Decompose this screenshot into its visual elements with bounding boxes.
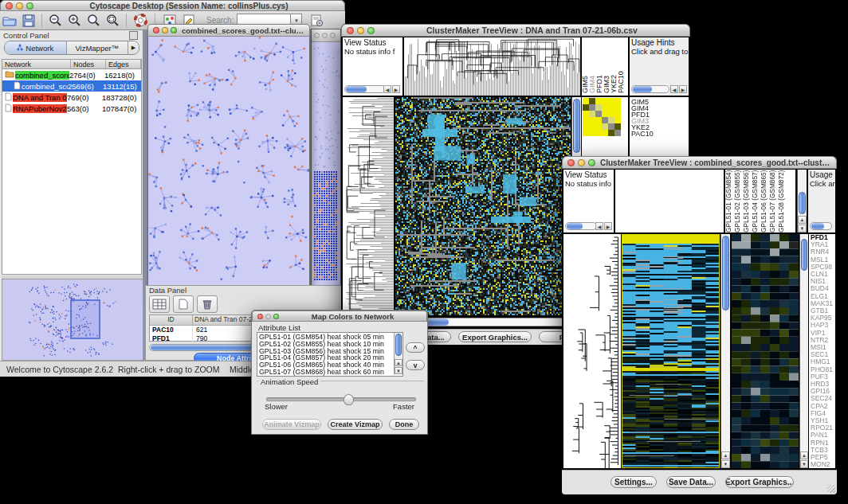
- window-controls[interactable]: [6, 2, 33, 10]
- minimize-button[interactable]: [578, 159, 585, 166]
- move-up-button[interactable]: ^: [406, 342, 425, 353]
- scroll-left-button[interactable]: ◀: [595, 222, 603, 230]
- matrix-cell[interactable]: [608, 117, 614, 123]
- usage-hints-scrollbar[interactable]: [631, 85, 669, 93]
- view-status-scrollbar[interactable]: [344, 85, 386, 93]
- tv2-zoom-heatmap-canvas[interactable]: [732, 234, 799, 468]
- export-graphics-button[interactable]: Export Graphics...: [725, 476, 794, 488]
- attribute-list-scrollbar[interactable]: ▲ ▼: [394, 333, 402, 374]
- attribute-listbox[interactable]: GPL51-01 (GSM854) heat shock 05 minGPL51…: [257, 332, 403, 377]
- scroll-down-button[interactable]: ▼: [395, 367, 402, 374]
- matrix-cell[interactable]: [608, 123, 614, 130]
- matrix-cell[interactable]: [602, 111, 608, 117]
- tv2-row-dendrogram[interactable]: [563, 234, 621, 468]
- open-folder-icon[interactable]: [0, 13, 19, 29]
- animation-speed-slider[interactable]: [266, 397, 416, 401]
- matrix-cell[interactable]: [589, 98, 595, 104]
- matrix-cell[interactable]: [602, 104, 608, 111]
- column-header-edges[interactable]: Edges: [106, 60, 141, 68]
- close-button[interactable]: [257, 314, 263, 319]
- close-button[interactable]: [6, 2, 13, 10]
- network-view-canvas[interactable]: [147, 37, 310, 295]
- scroll-down-button[interactable]: ▼: [721, 460, 730, 468]
- tv1-column-labels[interactable]: GIM5GIM4PFD1GIM3YKE2PAC10: [582, 37, 628, 96]
- scroll-right-button[interactable]: ▶: [679, 85, 687, 93]
- zoom-button[interactable]: [330, 33, 336, 38]
- tv2-global-heatmap-canvas[interactable]: [622, 234, 720, 468]
- close-button[interactable]: [314, 33, 320, 38]
- matrix-cell[interactable]: [614, 130, 621, 136]
- matrix-cell[interactable]: [589, 117, 595, 123]
- tv2-column-labels[interactable]: GPL51-01 (GSM854)GPL51-02 (GSM855)GPL51-…: [725, 170, 795, 232]
- matrix-cell[interactable]: [583, 98, 589, 104]
- settings-button[interactable]: Settings...: [610, 476, 657, 488]
- table-icon[interactable]: [149, 295, 170, 313]
- tv1-column-dendrogram[interactable]: [404, 37, 580, 96]
- matrix-cell[interactable]: [614, 104, 621, 111]
- matrix-cell[interactable]: [589, 123, 595, 130]
- attr-column-header[interactable]: ID: [150, 315, 193, 325]
- zoom-button[interactable]: [367, 27, 375, 34]
- tab-vizmapper-[interactable]: VizMapper™: [66, 41, 128, 54]
- animate-vizmap-button[interactable]: Animate Vizmap: [262, 419, 321, 430]
- network-table-row[interactable]: combined_sco2569(6)13112(15): [2, 80, 141, 92]
- usage-hints-scrollbar[interactable]: [810, 222, 832, 230]
- matrix-cell[interactable]: [595, 111, 602, 117]
- scroll-thumb[interactable]: [573, 99, 580, 153]
- main-title-bar[interactable]: Cytoscape Desktop (Session Name: collins…: [0, 0, 345, 11]
- scroll-thumb[interactable]: [722, 236, 729, 311]
- resize-grip[interactable]: [827, 485, 835, 493]
- close-button[interactable]: [347, 27, 354, 34]
- tv2-zoom-vscrollbar[interactable]: ▲ ▼: [799, 234, 808, 468]
- scroll-thumb[interactable]: [801, 239, 807, 271]
- matrix-cell[interactable]: [602, 98, 608, 104]
- matrix-cell[interactable]: [589, 111, 595, 117]
- matrix-cell[interactable]: [583, 130, 589, 136]
- delete-icon[interactable]: [197, 295, 218, 313]
- minimize-button[interactable]: [16, 2, 23, 10]
- export-document-icon[interactable]: [307, 13, 326, 29]
- save-data-button[interactable]: Save Data...: [666, 476, 716, 488]
- scroll-up-button[interactable]: ▲: [721, 451, 730, 459]
- minimize-button[interactable]: [265, 314, 271, 319]
- matrix-cell[interactable]: [583, 111, 589, 117]
- attribute-list-item[interactable]: GPL51-07 (GSM868) heat shock 60 min: [259, 369, 401, 376]
- matrix-cell[interactable]: [614, 98, 621, 104]
- minimize-button[interactable]: [357, 27, 364, 34]
- background-network-canvas[interactable]: [312, 42, 340, 291]
- matrix-cell[interactable]: [608, 98, 614, 104]
- scroll-up-button[interactable]: ▲: [395, 359, 402, 366]
- tv1-detail-matrix[interactable]: [583, 98, 621, 136]
- close-button[interactable]: [567, 159, 575, 166]
- matrix-cell[interactable]: [608, 104, 614, 111]
- scroll-down-button[interactable]: ▼: [800, 460, 808, 468]
- tv2-vscrollbar[interactable]: ▲ ▼: [720, 234, 730, 468]
- matrix-cell[interactable]: [608, 111, 614, 117]
- close-button[interactable]: [153, 27, 159, 33]
- tv2-top-vscrollbar[interactable]: ▲ ▼: [797, 170, 807, 232]
- zoom-fit-icon[interactable]: [84, 13, 103, 29]
- matrix-cell[interactable]: [583, 123, 589, 130]
- network-table-row[interactable]: RNAPuberNov2+563(0)107847(0): [2, 103, 141, 114]
- scroll-right-button[interactable]: ▶: [392, 85, 400, 93]
- gene-label[interactable]: MON2: [811, 461, 835, 468]
- tv2-column-dendrogram-area[interactable]: [615, 170, 724, 232]
- matrix-cell[interactable]: [602, 130, 608, 136]
- move-down-button[interactable]: v: [406, 360, 425, 370]
- column-header-nodes[interactable]: Nodes: [71, 60, 106, 68]
- birdseye-view-canvas[interactable]: [2, 279, 143, 361]
- matrix-cell[interactable]: [614, 111, 621, 117]
- scroll-up-button[interactable]: ▲: [800, 451, 808, 459]
- zoom-in-icon[interactable]: [65, 13, 84, 29]
- scroll-thumb[interactable]: [799, 192, 806, 214]
- new-page-icon[interactable]: [173, 295, 194, 313]
- background-network-window[interactable]: [311, 29, 341, 291]
- float-panel-icon[interactable]: [129, 31, 138, 40]
- scroll-thumb[interactable]: [395, 334, 402, 356]
- zoom-button[interactable]: [26, 2, 33, 10]
- matrix-cell[interactable]: [589, 130, 595, 136]
- matrix-cell[interactable]: [595, 104, 602, 111]
- matrix-cell[interactable]: [583, 104, 589, 111]
- matrix-cell[interactable]: [595, 123, 602, 130]
- save-icon[interactable]: [19, 13, 38, 29]
